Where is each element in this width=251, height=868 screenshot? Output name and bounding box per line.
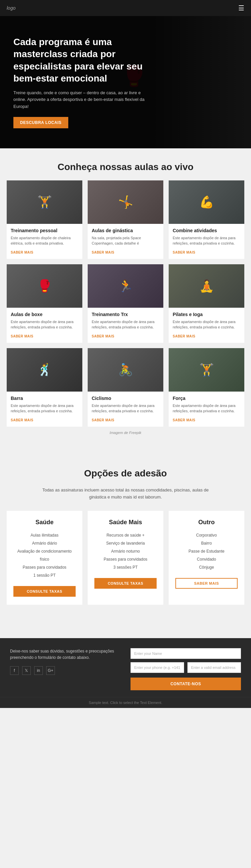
class-image: 🏃 [88,264,163,308]
class-title: Treinamento pessoal [11,228,78,233]
class-image: 🧘 [169,264,244,308]
membership-features-list: Recursos de saúde +Serviço de lavanderia… [94,531,157,571]
class-card: 💪 Combine atividades Este apartamento di… [169,180,244,259]
class-card: 🤸 Aulas de ginástica Na sala, projetada … [88,180,163,259]
membership-card: Outro CorporativoBairroPasse de Estudant… [169,511,244,605]
class-description: Este apartamento dispõe de chaleira elét… [11,235,78,246]
class-body: Aulas de boxe Este apartamento dispõe de… [7,308,82,343]
class-image: 🏋️ [169,348,244,392]
footer-note: Sample text. Click to select the Text El… [0,697,251,708]
membership-feature: Passe de Estudante [175,547,238,555]
instagram-icon[interactable]: in [34,666,43,675]
class-link[interactable]: SABER MAIS [173,335,195,338]
class-link[interactable]: SABER MAIS [11,251,33,254]
hamburger-icon[interactable]: ☰ [238,4,244,12]
class-description: Este apartamento dispõe de área para ref… [92,319,159,330]
submit-button[interactable]: CONTATE-NOS [131,678,241,690]
membership-cta-button[interactable]: CONSULTE TAXAS [13,586,76,597]
class-title: Aulas de ginástica [92,228,159,233]
logo: logo [7,5,16,11]
membership-grid: Saúde Aulas ilimitadasArmário diárioAval… [7,511,244,605]
class-title: Aulas de boxe [11,312,78,317]
class-card: 🕺 Barra Este apartamento dispõe de área … [7,348,82,427]
phone-email-row [131,662,241,673]
class-body: Combine atividades Este apartamento disp… [169,224,244,259]
class-card: 🏃 Treinamento Trx Este apartamento dispõ… [88,264,163,343]
class-image: 🤸 [88,180,163,224]
membership-cta-button[interactable]: CONSULTE TAXAS [94,578,157,589]
email-input[interactable] [188,662,241,673]
hero-subtitle: Treine quando, onde e como quiser – dent… [13,90,154,110]
contact-right: CONTATE-NOS [131,648,241,690]
class-title: Treinamento Trx [92,312,159,317]
class-body: Aulas de ginástica Na sala, projetada pe… [88,224,163,259]
class-link[interactable]: SABER MAIS [11,418,33,422]
spacer [0,618,251,638]
classes-section: Conheça nossas aulas ao vivo 🏋️ Treiname… [0,162,251,448]
class-title: Ciclismo [92,396,159,401]
membership-cta-button[interactable]: SABER MAIS [175,578,238,589]
class-image: 🚴 [88,348,163,392]
membership-features-list: CorporativoBairroPasse de EstudanteConvi… [175,531,238,571]
facebook-icon[interactable]: f [10,666,19,675]
class-card: 🏋️ Treinamento pessoal Este apartamento … [7,180,82,259]
membership-feature: Armário noturno [94,547,157,555]
freepik-caption: Imagem de Freepik [7,431,244,435]
class-card: 🧘 Pilates e Ioga Este apartamento dispõe… [169,264,244,343]
class-link[interactable]: SABER MAIS [173,418,195,422]
membership-plan-title: Saúde [13,519,76,526]
membership-feature: Passes para convidados [94,555,157,563]
class-description: Este apartamento dispõe de área para ref… [92,403,159,414]
class-description: Este apartamento dispõe de área para ref… [11,319,78,330]
class-link[interactable]: SABER MAIS [92,335,114,338]
class-title: Força [173,396,240,401]
membership-feature: Aulas ilimitadas [13,531,76,539]
class-title: Combine atividades [173,228,240,233]
class-body: Força Este apartamento dispõe de área pa… [169,392,244,427]
phone-input[interactable] [131,662,184,673]
class-body: Treinamento Trx Este apartamento dispõe … [88,308,163,343]
classes-grid: 🏋️ Treinamento pessoal Este apartamento … [7,180,244,427]
membership-feature: Corporativo [175,531,238,539]
class-card: 🏋️ Força Este apartamento dispõe de área… [169,348,244,427]
membership-feature: Passes para convidados [13,563,76,571]
membership-feature: Avaliação de condicionamento físico [13,547,76,563]
class-description: Este apartamento dispõe de área para ref… [173,235,240,246]
hero-content: Cada programa é uma masterclass criada p… [13,36,154,128]
class-body: Barra Este apartamento dispõe de área pa… [7,392,82,427]
classes-section-title: Conheça nossas aulas ao vivo [7,162,244,173]
class-image: 💪 [169,180,244,224]
class-link[interactable]: SABER MAIS [173,251,195,254]
contact-section: Deixe-nos saber suas dúvidas, sugestões … [0,638,251,697]
class-title: Pilates e Ioga [173,312,240,317]
class-body: Ciclismo Este apartamento dispõe de área… [88,392,163,427]
membership-feature: Convidado [175,555,238,563]
hero-cta-button[interactable]: DESCUBRA LOCAIS [13,117,68,128]
contact-left: Deixe-nos saber suas dúvidas, sugestões … [10,648,120,690]
google-plus-icon[interactable]: G+ [46,666,55,675]
membership-section: Opções de adesão Todas as assinaturas in… [0,448,251,618]
membership-plan-title: Outro [175,519,238,526]
class-title: Barra [11,396,78,401]
name-input[interactable] [131,648,241,659]
hero-title: Cada programa é uma masterclass criada p… [13,36,154,85]
membership-feature: Serviço de lavanderia [94,539,157,547]
class-link[interactable]: SABER MAIS [92,251,114,254]
membership-card: Saúde Mais Recursos de saúde +Serviço de… [88,511,163,605]
class-body: Pilates e Ioga Este apartamento dispõe d… [169,308,244,343]
class-link[interactable]: SABER MAIS [11,335,33,338]
class-card: 🚴 Ciclismo Este apartamento dispõe de ár… [88,348,163,427]
class-image: 🥊 [7,264,82,308]
name-field-container [131,648,241,659]
membership-feature: Cônjuge [175,563,238,571]
class-link[interactable]: SABER MAIS [92,418,114,422]
class-card: 🥊 Aulas de boxe Este apartamento dispõe … [7,264,82,343]
twitter-icon[interactable]: 𝕏 [22,666,31,675]
membership-section-title: Opções de adesão [7,468,244,479]
membership-card: Saúde Aulas ilimitadasArmário diárioAval… [7,511,82,605]
class-description: Este apartamento dispõe de área para ref… [173,403,240,414]
membership-plan-title: Saúde Mais [94,519,157,526]
class-image: 🏋️ [7,180,82,224]
class-description: Este apartamento dispõe de área para ref… [11,403,78,414]
class-description: Na sala, projetada pela Space Copenhagen… [92,235,159,246]
